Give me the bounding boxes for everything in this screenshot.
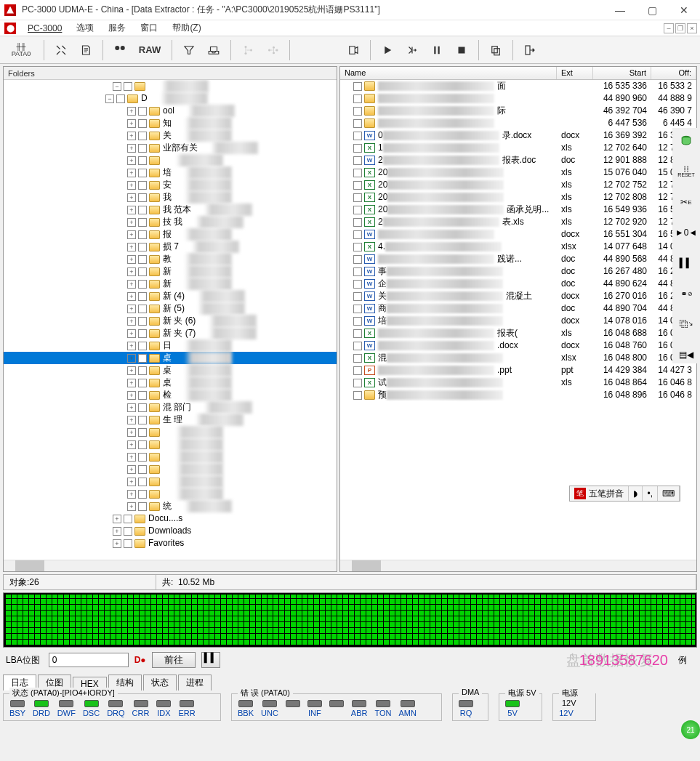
list-row[interactable]: 培docx14 078 01614 075 9 [340, 315, 696, 327]
tree-row[interactable]: Docu....s [4, 512, 337, 525]
list-row[interactable]: 试xls16 048 86416 046 8 [340, 377, 696, 389]
raw-button[interactable]: RAW [134, 39, 166, 61]
hierarchy-button[interactable] [237, 39, 259, 61]
list-row[interactable]: 际46 392 70446 390 7 [340, 105, 696, 117]
tree-row[interactable]: 新 [4, 278, 337, 290]
lba-input[interactable] [49, 653, 129, 667]
tree-row[interactable]: 教 [4, 253, 337, 265]
ime-moon-icon[interactable]: ◗ [629, 486, 643, 501]
tree-row[interactable]: 报 [4, 228, 337, 241]
side-reset-icon[interactable]: ┋┋RESET [677, 163, 696, 180]
list-row[interactable]: 20函承兑明...xls16 549 93616 547 8 [340, 204, 696, 216]
tree-row[interactable]: Favorites [4, 537, 337, 549]
menu-window[interactable]: 窗口 [133, 20, 165, 36]
list-row[interactable]: 4.xlsx14 077 64814 075 6 [340, 241, 696, 253]
folder-tree[interactable]: D ool 知 关 业部有关 培 安 我 我 范本 技 我 报 损 7 教 新 … [4, 80, 337, 560]
list-row[interactable]: 44 890 96044 888 9 [340, 92, 696, 105]
port-button[interactable]: ╫╫PATA0 [4, 39, 38, 61]
tree-row[interactable]: 我 [4, 191, 337, 204]
tree-row[interactable]: 混 部门 [4, 401, 337, 414]
tree-row[interactable]: 知 [4, 117, 337, 129]
tree-row[interactable]: 检 [4, 389, 337, 401]
tree-row[interactable]: 桌 [4, 377, 337, 389]
funnel-button[interactable] [178, 39, 200, 61]
menu-service[interactable]: 服务 [101, 20, 133, 36]
close-button[interactable]: ✕ [668, 0, 700, 20]
list-row[interactable]: 2报表.docdoc12 901 88812 899 8 [340, 154, 696, 166]
mdi-restore-button[interactable]: ❐ [675, 23, 685, 33]
goto-button[interactable]: 前往 [152, 652, 196, 668]
list-hscroll[interactable] [340, 560, 696, 571]
menu-help[interactable]: 帮助(Z) [165, 20, 208, 36]
legend-label[interactable]: 例 [678, 654, 687, 667]
menu-options[interactable]: 选项 [69, 20, 101, 36]
play-button[interactable] [377, 39, 398, 61]
list-row[interactable]: .pptppt14 429 38414 427 3 [340, 364, 696, 377]
list-row[interactable]: docx16 551 30416 549 2 [340, 228, 696, 241]
tree-row[interactable]: 新 夹 (6) [4, 315, 337, 327]
tree-row[interactable]: 新 夹 (7) [4, 327, 337, 339]
ime-punct-icon[interactable]: •, [643, 486, 658, 501]
col-start[interactable]: Start [593, 67, 651, 79]
tree-row[interactable] [4, 475, 337, 488]
list-row[interactable]: 企doc44 890 62444 888 5 [340, 278, 696, 290]
side-measure-icon[interactable]: ►0◄ [677, 224, 696, 241]
side-chain-icon[interactable]: ⚭⊘ [677, 285, 696, 302]
tree-row[interactable]: 技 我 [4, 216, 337, 228]
tree-hscroll[interactable] [4, 560, 337, 571]
stop-button[interactable] [451, 39, 472, 61]
lba-pause-button[interactable]: ▍▍ [201, 652, 220, 668]
tree-row[interactable]: 统 [4, 500, 337, 512]
search-button[interactable] [109, 39, 131, 61]
ime-toolbar[interactable]: 笔五笔拼音 ◗ •, ⌨ [569, 486, 680, 502]
tree-row[interactable]: 新 [4, 265, 337, 278]
exit-button[interactable] [519, 39, 541, 61]
tree-row[interactable]: 培 [4, 166, 337, 179]
maximize-button[interactable]: ▢ [636, 0, 668, 20]
tree-row[interactable]: 损 7 [4, 241, 337, 253]
list-row[interactable]: 商doc44 890 70444 888 6 [340, 302, 696, 315]
list-row[interactable]: 20xls12 702 80812 700 7 [340, 191, 696, 204]
tools-button[interactable] [50, 39, 72, 61]
tree-row[interactable] [4, 451, 337, 463]
side-pause-icon[interactable]: ▍▍ [677, 254, 696, 272]
mdi-close-button[interactable]: × [687, 23, 697, 33]
tree-row[interactable]: 关 [4, 129, 337, 142]
disk-map[interactable] [3, 592, 697, 648]
list-row[interactable]: 事doc16 267 48016 265 4 [340, 265, 696, 278]
list-row[interactable]: 6 447 5366 445 4 [340, 117, 696, 129]
minimize-button[interactable]: — [604, 0, 636, 20]
tree-row[interactable] [4, 438, 337, 451]
menu-app[interactable]: PC-3000 [20, 22, 69, 35]
tree-row[interactable] [4, 80, 337, 92]
tab-进程[interactable]: 进程 [178, 675, 212, 690]
list-row[interactable]: 报表(xls16 048 68816 046 6 [340, 327, 696, 339]
tree-row[interactable] [4, 426, 337, 438]
tree-row[interactable] [4, 488, 337, 500]
list-row[interactable]: 关混凝土docx16 270 01616 267 9 [340, 290, 696, 302]
list-row[interactable]: 1xls12 702 64012 700 5 [340, 142, 696, 154]
list-row[interactable]: .docxdocx16 048 76016 046 7 [340, 339, 696, 352]
nodes-button[interactable] [262, 39, 283, 61]
tree-row[interactable]: D [4, 92, 337, 105]
tree-row[interactable]: 生 理 [4, 414, 337, 426]
col-off[interactable]: Off: [651, 67, 696, 79]
notification-badge[interactable]: 21 [681, 720, 700, 739]
tree-row[interactable]: 我 范本 [4, 204, 337, 216]
side-disk-icon[interactable] [677, 132, 696, 150]
list-row[interactable]: 0录.docxdocx16 369 39216 367 3 [340, 129, 696, 142]
side-ruler-icon[interactable]: ▤◀ [677, 346, 696, 363]
tree-row[interactable]: 桌 [4, 364, 337, 377]
list-row[interactable]: 预16 048 89616 046 8 [340, 389, 696, 401]
tree-row[interactable]: 日 [4, 339, 337, 352]
tree-row[interactable]: 新 (4) [4, 290, 337, 302]
side-cut-icon[interactable]: ✂E [677, 193, 696, 211]
copy-button[interactable] [485, 39, 507, 61]
tree-row[interactable]: 桌 [4, 352, 337, 364]
list-row[interactable]: 混xlsx16 048 80016 046 7 [340, 352, 696, 364]
ime-keyboard-icon[interactable]: ⌨ [658, 486, 680, 501]
step-button[interactable] [401, 39, 423, 61]
tree-row[interactable] [4, 154, 337, 166]
list-row[interactable]: 践诺...doc44 890 56844 888 5 [340, 253, 696, 265]
pause-button[interactable] [426, 39, 448, 61]
